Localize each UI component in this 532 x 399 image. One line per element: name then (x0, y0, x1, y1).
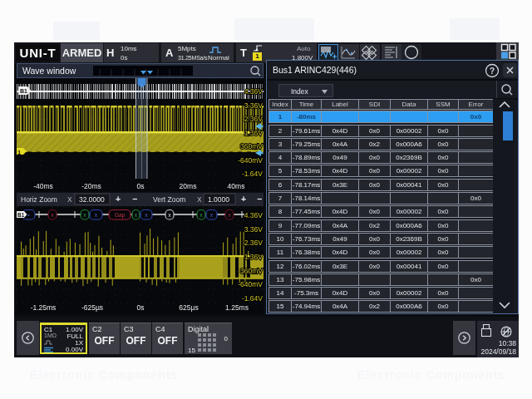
svg-text:2.36V: 2.36V (244, 115, 264, 123)
svg-text:4.36V: 4.36V (244, 87, 264, 96)
svg-text:-1.64V: -1.64V (242, 294, 263, 303)
svg-text:Gap: Gap (114, 212, 125, 219)
svg-text:-40ms: -40ms (33, 182, 53, 190)
svg-text:-640mV: -640mV (238, 280, 263, 288)
svg-text:1: 1 (17, 149, 21, 156)
svg-text:1.36V: 1.36V (244, 253, 264, 261)
svg-text:x: x (200, 212, 203, 218)
svg-text:Horiz Zoom: Horiz Zoom (21, 195, 57, 204)
svg-text:-640mV: -640mV (238, 156, 263, 165)
svg-text:x: x (95, 212, 98, 218)
svg-text:1.36V: 1.36V (244, 129, 264, 137)
svg-text:x: x (168, 212, 171, 218)
svg-text:0s: 0s (137, 182, 145, 190)
svg-text:0s: 0s (137, 303, 145, 312)
svg-text:x: x (145, 212, 148, 218)
svg-text:4.36V: 4.36V (244, 211, 264, 219)
svg-text:x: x (51, 212, 54, 218)
svg-text:?: ? (490, 66, 495, 76)
svg-text:−: − (132, 194, 137, 204)
svg-text:360mV: 360mV (240, 142, 263, 150)
svg-text:1.25ms: 1.25ms (225, 303, 249, 312)
svg-text:x: x (228, 212, 231, 218)
svg-text:32.0000: 32.0000 (79, 195, 105, 204)
svg-text:2.36V: 2.36V (244, 239, 264, 247)
svg-text:B1: B1 (17, 212, 25, 218)
svg-text:3.36V: 3.36V (244, 225, 264, 234)
svg-text:1.0000: 1.0000 (208, 195, 229, 204)
svg-text:X: X (67, 195, 72, 204)
svg-text:40ms: 40ms (228, 182, 245, 190)
svg-text:x: x (135, 212, 138, 218)
svg-text:20ms: 20ms (180, 182, 197, 190)
svg-text:360mV: 360mV (240, 267, 263, 275)
svg-text:+: + (241, 194, 246, 204)
svg-text:-1.25ms: -1.25ms (31, 303, 57, 312)
svg-text:−: − (257, 194, 262, 204)
svg-text:-1.64V: -1.64V (242, 170, 263, 178)
svg-text:x: x (210, 212, 214, 218)
svg-text:-20ms: -20ms (81, 182, 101, 190)
svg-text:Vert Zoom: Vert Zoom (153, 195, 185, 204)
svg-text:B1: B1 (20, 88, 27, 94)
svg-text:3.36V: 3.36V (244, 101, 264, 110)
svg-text:X: X (197, 195, 202, 204)
svg-text:625µs: 625µs (179, 303, 198, 312)
svg-text:x: x (83, 212, 86, 218)
svg-text:-625µs: -625µs (81, 303, 103, 312)
svg-text:+: + (116, 194, 121, 204)
